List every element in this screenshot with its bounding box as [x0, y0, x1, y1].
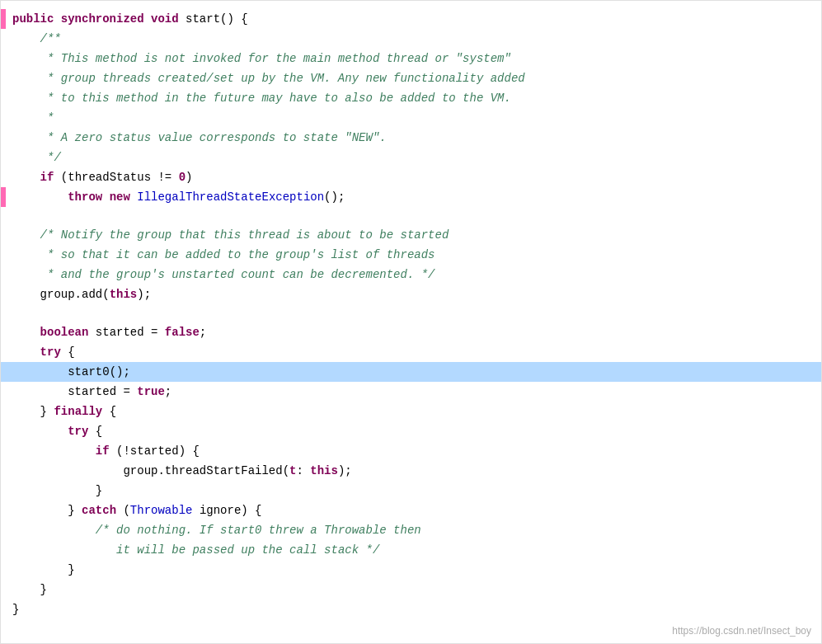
- code-line: group.add(this);: [1, 284, 821, 304]
- code-text: }: [6, 560, 821, 580]
- code-line: it will be passed up the call stack */: [1, 540, 821, 560]
- code-line: /* Notify the group that this thread is …: [1, 225, 821, 245]
- code-line: [1, 207, 821, 225]
- code-text: start0();: [6, 362, 821, 382]
- code-text: /* Notify the group that this thread is …: [6, 225, 821, 245]
- code-text: * to this method in the future may have …: [6, 88, 821, 108]
- code-line: if (!started) {: [1, 441, 821, 461]
- code-line: /**: [1, 29, 821, 49]
- code-text: started = true;: [6, 382, 821, 402]
- code-text: try {: [6, 342, 821, 362]
- code-viewer: public synchronized void start() { /** *…: [0, 0, 822, 644]
- code-line: group.threadStartFailed(t: this);: [1, 461, 821, 481]
- code-text: [6, 304, 821, 322]
- code-text: /* do nothing. If start0 threw a Throwab…: [6, 520, 821, 540]
- code-line: if (threadStatus != 0): [1, 167, 821, 187]
- code-line: }: [1, 560, 821, 580]
- code-text: * This method is not invoked for the mai…: [6, 49, 821, 68]
- code-line: start0();: [1, 362, 821, 382]
- code-text: }: [6, 580, 821, 599]
- code-line: /* do nothing. If start0 threw a Throwab…: [1, 520, 821, 540]
- code-line: try {: [1, 421, 821, 441]
- code-text: }: [6, 481, 821, 501]
- code-text: try {: [6, 421, 821, 441]
- code-text: * group threads created/set up by the VM…: [6, 68, 821, 88]
- code-text: } finally {: [6, 402, 821, 421]
- code-line: * and the group's unstarted count can be…: [1, 265, 821, 284]
- code-line: }: [1, 481, 821, 501]
- code-line: started = true;: [1, 382, 821, 402]
- code-line: * to this method in the future may have …: [1, 88, 821, 108]
- code-text: group.add(this);: [6, 284, 821, 304]
- code-text: public synchronized void start() {: [6, 9, 821, 29]
- code-text: * A zero status value corresponds to sta…: [6, 128, 821, 148]
- code-text: }: [6, 599, 821, 619]
- code-line: * group threads created/set up by the VM…: [1, 68, 821, 88]
- code-line: [1, 304, 821, 322]
- code-line: } catch (Throwable ignore) {: [1, 501, 821, 520]
- code-text: *: [6, 108, 821, 128]
- code-text: [6, 207, 821, 225]
- code-line: throw new IllegalThreadStateException();: [1, 187, 821, 207]
- code-line: } finally {: [1, 402, 821, 421]
- code-line: */: [1, 148, 821, 167]
- code-text: if (threadStatus != 0): [6, 167, 821, 187]
- code-line: }: [1, 580, 821, 599]
- code-text: * and the group's unstarted count can be…: [6, 265, 821, 284]
- code-text: * so that it can be added to the group's…: [6, 245, 821, 265]
- code-line: *: [1, 108, 821, 128]
- code-line: public synchronized void start() {: [1, 9, 821, 29]
- code-line: * so that it can be added to the group's…: [1, 245, 821, 265]
- code-text: group.threadStartFailed(t: this);: [6, 461, 821, 481]
- watermark-text: https://blog.csdn.net/Insect_boy: [672, 625, 811, 637]
- code-text: throw new IllegalThreadStateException();: [6, 187, 821, 207]
- code-text: if (!started) {: [6, 441, 821, 461]
- code-text: it will be passed up the call stack */: [6, 540, 821, 560]
- code-text: boolean started = false;: [6, 322, 821, 342]
- code-text: */: [6, 148, 821, 167]
- code-text: /**: [6, 29, 821, 49]
- code-text: } catch (Throwable ignore) {: [6, 501, 821, 520]
- code-line: * This method is not invoked for the mai…: [1, 49, 821, 68]
- code-line: * A zero status value corresponds to sta…: [1, 128, 821, 148]
- code-block: public synchronized void start() { /** *…: [1, 1, 821, 628]
- code-line: boolean started = false;: [1, 322, 821, 342]
- code-line: }: [1, 599, 821, 619]
- code-line: try {: [1, 342, 821, 362]
